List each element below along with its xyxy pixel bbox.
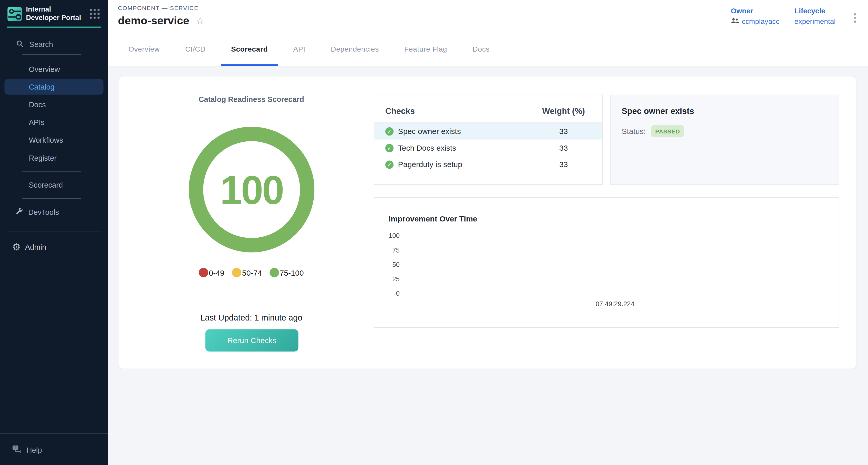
content: Catalog Readiness Scorecard 100 0-49 50-… — [108, 66, 868, 465]
checks-table-header: Checks Weight (%) — [374, 95, 602, 123]
chart-title: Improvement Over Time — [389, 214, 477, 223]
y-axis-tick: 50 — [381, 261, 400, 268]
sidebar-item-devtools[interactable]: DevTools — [0, 203, 108, 221]
owner-value[interactable]: ccmplayacc — [731, 17, 779, 25]
app: Internal Developer Portal Search Overvie… — [0, 0, 868, 465]
sidebar-item-docs[interactable]: Docs — [0, 96, 108, 114]
weight-column-header: Weight (%) — [530, 106, 597, 116]
owner-label[interactable]: Owner — [731, 7, 779, 15]
x-axis-tick: 07:49:29.224 — [582, 301, 648, 307]
page-header: COMPONENT — SERVICE demo-service ☆ Owner — [108, 0, 868, 32]
status-label: Status: — [622, 127, 646, 136]
lifecycle-label[interactable]: Lifecycle — [794, 7, 836, 15]
y-axis-tick: 25 — [381, 276, 400, 282]
sidebar-item-register[interactable]: Register — [0, 149, 108, 166]
check-detail-title: Spec owner exists — [622, 106, 828, 116]
favorite-star-icon[interactable]: ☆ — [195, 16, 205, 26]
improvement-chart: Improvement Over Time 100 75 50 25 0 07:… — [374, 197, 839, 328]
check-passed-icon: ✓ — [385, 160, 394, 168]
y-axis-tick: 75 — [381, 247, 400, 253]
score-legend: 0-49 50-74 75-100 — [119, 268, 384, 277]
main: COMPONENT — SERVICE demo-service ☆ Owner — [108, 0, 868, 465]
brand: Internal Developer Portal — [7, 0, 101, 28]
search-label: Search — [29, 40, 53, 48]
tab-api[interactable]: API — [293, 32, 305, 66]
svg-text:?: ? — [14, 445, 17, 450]
sidebar-item-help[interactable]: ? Help — [0, 443, 108, 457]
y-axis-tick: 100 — [381, 232, 400, 239]
table-row[interactable]: ✓ Tech Docs exists 33 — [374, 140, 602, 156]
legend-green-dot — [270, 268, 279, 277]
checks-table: Checks Weight (%) ✓ Spec owner exists 33… — [374, 95, 603, 185]
legend-item: 50-74 — [232, 268, 262, 277]
sidebar-item-catalog[interactable]: Catalog — [4, 79, 103, 94]
portal-logo-icon — [7, 6, 22, 21]
sidebar-item-workflows[interactable]: Workflows — [0, 131, 108, 149]
brand-title: Internal Developer Portal — [26, 5, 86, 22]
checks-column-header: Checks — [385, 106, 415, 116]
tab-feature-flag[interactable]: Feature Flag — [404, 32, 447, 66]
check-detail-panel: Spec owner exists Status: PASSED — [610, 95, 839, 185]
score-gauge: 100 — [189, 127, 315, 252]
entity-kind-eyebrow: COMPONENT — SERVICE — [118, 4, 198, 11]
tabbar: Overview CI/CD Scorecard API Dependencie… — [108, 32, 868, 66]
tab-cicd[interactable]: CI/CD — [185, 32, 206, 66]
sidebar-nav: Overview Catalog Docs APIs Workflows Reg… — [0, 60, 108, 221]
sidebar-item-apis[interactable]: APIs — [0, 114, 108, 131]
search-icon — [16, 39, 24, 49]
sidebar-spacer — [0, 256, 108, 433]
lifecycle-block: Lifecycle experimental — [794, 7, 836, 25]
sidebar-item-admin[interactable]: ⚙ Admin — [0, 238, 108, 256]
tab-overview[interactable]: Overview — [128, 32, 160, 66]
page-title: demo-service — [118, 14, 189, 27]
divider — [22, 171, 81, 172]
help-section: ? Help — [0, 433, 108, 465]
help-chat-icon: ? — [12, 445, 22, 455]
sidebar: Internal Developer Portal Search Overvie… — [0, 0, 108, 465]
tab-scorecard[interactable]: Scorecard — [231, 32, 268, 66]
divider — [22, 198, 81, 198]
status-badge: PASSED — [651, 125, 684, 137]
table-row[interactable]: ✓ Pagerduty is setup 33 — [374, 156, 602, 173]
legend-red-dot — [199, 268, 208, 277]
legend-item: 75-100 — [270, 268, 304, 277]
score-value: 100 — [220, 167, 283, 212]
lifecycle-value[interactable]: experimental — [794, 17, 836, 25]
check-passed-icon: ✓ — [385, 127, 394, 135]
scorecard-title: Catalog Readiness Scorecard — [119, 95, 384, 103]
kebab-menu-icon[interactable] — [850, 11, 859, 25]
gear-icon: ⚙ — [12, 242, 21, 252]
legend-item: 0-49 — [199, 268, 224, 277]
tab-docs[interactable]: Docs — [472, 32, 490, 66]
divider — [7, 231, 101, 231]
apps-grid-icon[interactable] — [90, 9, 100, 19]
wrench-icon — [15, 207, 23, 217]
divider — [22, 54, 81, 55]
sidebar-item-scorecard[interactable]: Scorecard — [0, 176, 108, 194]
tab-dependencies[interactable]: Dependencies — [331, 32, 379, 66]
scorecard-panel: Catalog Readiness Scorecard 100 0-49 50-… — [118, 76, 856, 369]
legend-yellow-dot — [232, 268, 242, 277]
check-passed-icon: ✓ — [385, 144, 394, 152]
owner-block: Owner ccmplayacc — [731, 7, 779, 25]
table-row[interactable]: ✓ Spec owner exists 33 — [374, 123, 602, 140]
y-axis-tick: 0 — [381, 290, 400, 297]
rerun-checks-button[interactable]: Rerun Checks — [205, 329, 298, 351]
sidebar-item-overview[interactable]: Overview — [0, 60, 108, 78]
sidebar-search[interactable]: Search — [0, 36, 108, 52]
last-updated-text: Last Updated: 1 minute ago — [119, 313, 384, 322]
group-icon — [731, 17, 739, 25]
